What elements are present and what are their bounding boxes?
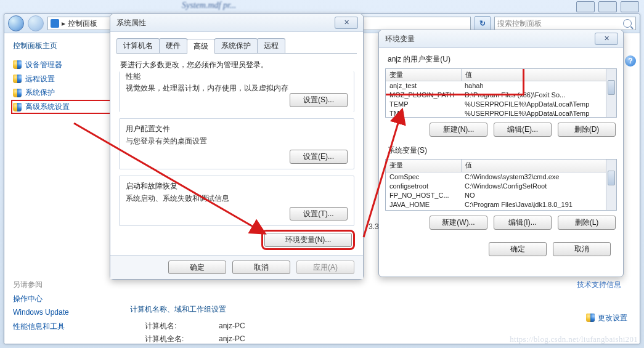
dialog-title: 系统属性 [110, 14, 363, 32]
environment-variables-button[interactable]: 环境变量(N)... [264, 233, 352, 247]
dialog-title: 环境变量 [379, 30, 623, 48]
sidebar-lower-windows-update[interactable]: Windows Update [13, 307, 113, 318]
search-icon [623, 19, 632, 28]
scrollbar[interactable] [606, 69, 616, 117]
list-item[interactable]: TMP%USERPROFILE%\AppData\Local\Temp [386, 109, 616, 118]
breadcrumb-sep: ▸ [62, 18, 65, 29]
sys-vars-listbox[interactable]: 变量 值 ComSpecC:\Windows\system32\cmd.exe … [385, 159, 617, 211]
group-startup-recovery: 启动和故障恢复 系统启动、系统失败和调试信息 设置(T)... [119, 176, 354, 227]
kv-key: 计算机全名: [145, 334, 219, 344]
sys-edit-button[interactable]: 编辑(I)... [494, 216, 552, 230]
maximize-button[interactable] [598, 1, 617, 12]
ok-button[interactable]: 确定 [168, 261, 226, 275]
admin-note: 要进行大多数更改，您必须作为管理员登录。 [119, 60, 354, 70]
sidebar-lower-action-center[interactable]: 操作中心 [13, 294, 113, 304]
list-item[interactable]: FP_NO_HOST_C...NO [386, 191, 616, 200]
shield-icon [13, 89, 22, 97]
refresh-icon: ↻ [479, 18, 486, 29]
user-vars-listbox[interactable]: 变量 值 anjz_testhahah MOZ_PLUGIN_PATHD:\Pr… [385, 68, 617, 118]
group-label: 启动和故障恢复 [126, 181, 348, 192]
list-item[interactable]: JAVA_HOMEC:\Program Files\Java\jdk1.8.0_… [386, 200, 616, 209]
shield-icon [13, 60, 22, 69]
sys-new-button[interactable]: 新建(W)... [430, 216, 487, 230]
apply-button[interactable]: 应用(A) [296, 261, 354, 275]
tab-system-protection[interactable]: 系统保护 [214, 38, 258, 53]
startup-recovery-settings-button[interactable]: 设置(T)... [290, 207, 348, 221]
system-properties-dialog: 系统属性 ✕ 计算机名 硬件 高级 系统保护 远程 要进行大多数更改，您必须作为… [110, 14, 364, 280]
search-placeholder: 搜索控制面板 [497, 18, 542, 29]
kv-value: anjz-PC [219, 321, 245, 331]
list-item[interactable]: MOZ_PLUGIN_PATHD:\Program Files (x86)\Fo… [386, 91, 616, 100]
group-desc: 系统启动、系统失败和调试信息 [126, 193, 348, 204]
control-panel-icon [51, 19, 59, 28]
user-delete-button[interactable]: 删除(D) [558, 123, 616, 137]
refresh-button[interactable]: ↻ [475, 16, 491, 31]
group-performance: 性能 视觉效果，处理器计划，内存使用，以及虚拟内存 设置(S)... [119, 71, 354, 113]
group-desc: 视觉效果，处理器计划，内存使用，以及虚拟内存 [126, 83, 348, 94]
dialog-footer: 确定 取消 应用(A) [110, 255, 363, 279]
list-item[interactable]: configsetrootC:\Windows\ConfigSetRoot [386, 182, 616, 191]
support-info-text: 技术支持信息 [577, 280, 621, 290]
cancel-button[interactable]: 取消 [232, 261, 290, 275]
environment-variables-dialog: 环境变量 ✕ anjz 的用户变量(U) 变量 值 anjz_testhahah… [378, 30, 624, 277]
col-val[interactable]: 值 [462, 69, 616, 81]
scrollbar-thumb[interactable] [608, 171, 615, 185]
cancel-button[interactable]: 取消 [553, 242, 611, 256]
section-title: 计算机名称、域和工作组设置 [130, 304, 627, 315]
background-window-title: System.mdf pr... [182, 1, 236, 10]
group-label: 性能 [126, 71, 348, 82]
tabs: 计算机名 硬件 高级 系统保护 远程 [116, 38, 357, 54]
scrollbar-thumb[interactable] [608, 80, 615, 95]
list-item[interactable]: ComSpecC:\Windows\system32\cmd.exe [386, 172, 616, 182]
dialog-close-button[interactable]: ✕ [335, 17, 358, 29]
sidebar-item-advanced-system-settings[interactable]: 高级系统设置 [13, 102, 118, 112]
sys-vars-header: 系统变量(S) [388, 145, 617, 156]
dialog-footer: 确定 取消 [385, 238, 617, 257]
kv-row: 计算机名:anjz-PC [145, 321, 627, 331]
breadcrumb[interactable]: 控制面板 [68, 18, 97, 29]
user-edit-button[interactable]: 编辑(E)... [494, 123, 552, 137]
list-item[interactable]: TEMP%USERPROFILE%\AppData\Local\Temp [386, 100, 616, 109]
user-new-button[interactable]: 新建(N)... [430, 123, 487, 137]
close-button[interactable] [621, 1, 639, 12]
tab-remote[interactable]: 远程 [257, 38, 285, 53]
user-vars-header: anjz 的用户变量(U) [388, 54, 617, 65]
group-label: 用户配置文件 [126, 124, 348, 134]
nav-forward-button[interactable] [28, 15, 44, 31]
sidebar-home[interactable]: 控制面板主页 [13, 41, 118, 51]
user-profiles-settings-button[interactable]: 设置(E)... [290, 150, 348, 164]
dialog-close-button[interactable]: ✕ [595, 33, 618, 45]
window-caption-buttons [576, 1, 639, 12]
sidebar-lower: 另请参阅 操作中心 Windows Update 性能信息和工具 [13, 277, 113, 336]
sidebar-item-remote-settings[interactable]: 远程设置 [13, 74, 118, 84]
search-input[interactable]: 搜索控制面板 [494, 17, 636, 30]
col-var[interactable]: 变量 [386, 69, 462, 81]
tab-computer-name[interactable]: 计算机名 [116, 38, 160, 53]
watermark: https://blog.csdn.net/liufangbaishi201 [510, 334, 638, 344]
shield-icon [586, 314, 595, 322]
nav-back-button[interactable] [8, 15, 24, 31]
floating-number: 3.3 [369, 222, 379, 232]
sidebar-item-label: 高级系统设置 [25, 102, 70, 112]
group-desc: 与您登录有关的桌面设置 [126, 136, 348, 147]
col-val[interactable]: 值 [462, 160, 616, 171]
sys-delete-button[interactable]: 删除(L) [558, 216, 616, 230]
sidebar-item-label: 远程设置 [25, 74, 55, 84]
scrollbar[interactable] [606, 160, 616, 210]
sidebar-item-device-manager[interactable]: 设备管理器 [13, 60, 118, 70]
listbox-header: 变量 值 [386, 69, 616, 81]
change-settings-label: 更改设置 [598, 313, 627, 323]
tab-hardware[interactable]: 硬件 [159, 38, 187, 53]
change-settings-link[interactable]: 更改设置 [586, 313, 627, 323]
ok-button[interactable]: 确定 [489, 242, 547, 256]
help-icon[interactable]: ? [625, 55, 636, 67]
col-var[interactable]: 变量 [386, 160, 462, 171]
minimize-button[interactable] [576, 1, 595, 12]
performance-settings-button[interactable]: 设置(S)... [290, 93, 348, 107]
tab-advanced[interactable]: 高级 [187, 39, 215, 54]
user-vars-buttons: 新建(N)... 编辑(E)... 删除(D) [386, 123, 616, 137]
sidebar-item-system-protection[interactable]: 系统保护 [13, 87, 118, 98]
list-item[interactable]: anjz_testhahah [386, 81, 616, 91]
sidebar-lower-performance-info[interactable]: 性能信息和工具 [13, 322, 113, 332]
sidebar: 控制面板主页 设备管理器 远程设置 系统保护 高级系统设置 另请参阅 操作中心 … [4, 33, 118, 344]
